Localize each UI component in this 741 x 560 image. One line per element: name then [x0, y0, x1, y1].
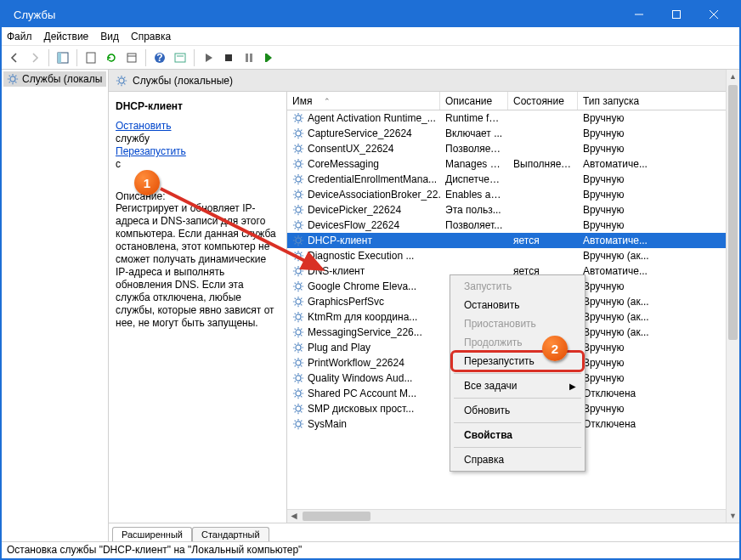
svg-point-23	[296, 161, 301, 167]
maximize-button[interactable]	[658, 2, 695, 27]
detail-column: DHCP-клиент Остановить службу Перезапуст…	[109, 92, 287, 523]
selected-service-name: DHCP-клиент	[116, 100, 280, 112]
tab-extended[interactable]: Расширенный	[112, 527, 192, 541]
table-row[interactable]: Diagnostic Execution ...Вручную (ак...	[287, 248, 739, 263]
title-bar: Службы	[2, 2, 739, 27]
svg-point-39	[296, 406, 301, 411]
table-row[interactable]: DevicesFlow_22624Позволяет...Вручную	[287, 218, 739, 233]
svg-point-20	[296, 116, 301, 121]
stop-service-button[interactable]	[219, 48, 238, 67]
table-row[interactable]: CaptureService_22624Включает ...Вручную	[287, 126, 739, 141]
svg-rect-8	[127, 54, 136, 62]
tab-standard[interactable]: Стандартный	[192, 527, 269, 541]
pause-service-button[interactable]	[240, 48, 258, 67]
menu-separator	[454, 398, 581, 399]
horizontal-scrollbar[interactable]: ◄ ►	[287, 509, 739, 523]
svg-rect-7	[87, 53, 95, 63]
marker-1: 1	[134, 170, 160, 195]
minimize-button[interactable]	[620, 2, 658, 27]
svg-rect-16	[250, 54, 252, 62]
filter-button[interactable]	[171, 48, 189, 67]
svg-point-40	[296, 421, 301, 427]
context-запустить: Запустить	[452, 277, 583, 296]
menu-action[interactable]: Действие	[44, 31, 89, 42]
svg-point-32	[296, 299, 301, 304]
context-свойства[interactable]: Свойства	[452, 426, 583, 444]
close-button[interactable]	[695, 2, 733, 27]
svg-point-36	[296, 360, 301, 365]
menu-separator	[454, 422, 581, 423]
window-title: Службы	[14, 8, 620, 21]
svg-point-31	[296, 284, 301, 289]
table-row[interactable]: DeviceAssociationBroker_22...Enables ap.…	[287, 187, 739, 202]
svg-point-37	[296, 376, 301, 381]
svg-point-35	[296, 345, 301, 350]
arrow-icon	[156, 184, 335, 282]
svg-point-19	[119, 77, 124, 82]
table-row[interactable]: DHCP-клиентяетсяАвтоматиче...	[287, 233, 739, 248]
svg-point-34	[296, 330, 301, 335]
context-обновить[interactable]: Обновить	[452, 401, 583, 420]
svg-point-38	[296, 391, 301, 396]
svg-rect-17	[265, 54, 267, 62]
vertical-scrollbar[interactable]: ▲ ▼	[726, 70, 739, 523]
column-headers: Имя⌃ Описание Состояние Тип запуска	[287, 92, 739, 110]
properties-button[interactable]	[122, 48, 141, 67]
table-row[interactable]: CoreMessagingManages c...ВыполняетсяАвто…	[287, 156, 739, 172]
view-tabs: Расширенный Стандартный	[109, 523, 739, 541]
context-menu: ЗапуститьОстановитьПриостановитьПродолжи…	[450, 274, 585, 472]
table-row[interactable]: DevicePicker_22624Эта польз...Вручную	[287, 202, 739, 218]
tree-pane: Службы (локалы	[2, 70, 109, 541]
col-state[interactable]: Состояние	[508, 92, 578, 110]
menu-view[interactable]: Вид	[100, 31, 119, 42]
panel-title: Службы (локальные)	[133, 75, 233, 87]
services-pane: Службы (локальные) DHCP-клиент Остановит…	[109, 70, 739, 541]
col-desc[interactable]: Описание	[440, 92, 508, 110]
forward-button[interactable]	[25, 48, 44, 67]
export-button[interactable]	[82, 48, 100, 67]
help-button[interactable]: ?	[150, 48, 169, 67]
svg-rect-2	[673, 11, 681, 19]
stop-link[interactable]: Остановить	[116, 119, 280, 133]
status-bar: Остановка службы "DHCP-клиент" на "Локал…	[2, 541, 739, 558]
svg-point-22	[296, 146, 301, 151]
menu-separator	[454, 373, 581, 374]
toolbar: ?	[2, 46, 739, 70]
show-hide-tree-button[interactable]	[54, 48, 72, 67]
tree-root-label: Службы (локалы	[22, 73, 102, 85]
context-справка[interactable]: Справка	[452, 450, 583, 469]
svg-text:?: ?	[156, 52, 162, 64]
svg-point-24	[296, 177, 301, 182]
back-button[interactable]	[5, 48, 24, 67]
svg-line-41	[161, 189, 322, 269]
restart-service-button[interactable]	[260, 48, 279, 67]
context-все-задачи[interactable]: Все задачи▶	[452, 376, 583, 395]
context-остановить[interactable]: Остановить	[452, 296, 583, 314]
menu-help[interactable]: Справка	[131, 31, 171, 42]
tree-root[interactable]: Службы (локалы	[3, 71, 106, 87]
panel-header: Службы (локальные)	[109, 70, 739, 92]
refresh-button[interactable]	[102, 48, 121, 67]
table-row[interactable]: ConsentUX_22624Позволяет ...Вручную	[287, 141, 739, 156]
svg-point-18	[10, 76, 15, 82]
svg-rect-15	[246, 54, 248, 62]
menu-file[interactable]: Файл	[7, 31, 32, 42]
svg-rect-14	[225, 54, 232, 61]
svg-rect-6	[58, 53, 61, 63]
col-start[interactable]: Тип запуска	[578, 92, 739, 110]
menu-bar: Файл Действие Вид Справка	[2, 27, 739, 46]
start-service-button[interactable]	[199, 48, 218, 67]
svg-point-33	[296, 314, 301, 320]
svg-rect-12	[175, 54, 185, 62]
menu-separator	[454, 447, 581, 448]
restart-link[interactable]: Перезапустить	[116, 144, 280, 158]
svg-point-21	[296, 131, 301, 136]
marker-2: 2	[542, 336, 568, 361]
table-row[interactable]: CredentialEnrollmentMana...Диспетчер...В…	[287, 172, 739, 187]
context-приостановить: Приостановить	[452, 314, 583, 333]
table-row[interactable]: Agent Activation Runtime_...Runtime fo..…	[287, 110, 739, 126]
col-name[interactable]: Имя⌃	[287, 92, 440, 110]
